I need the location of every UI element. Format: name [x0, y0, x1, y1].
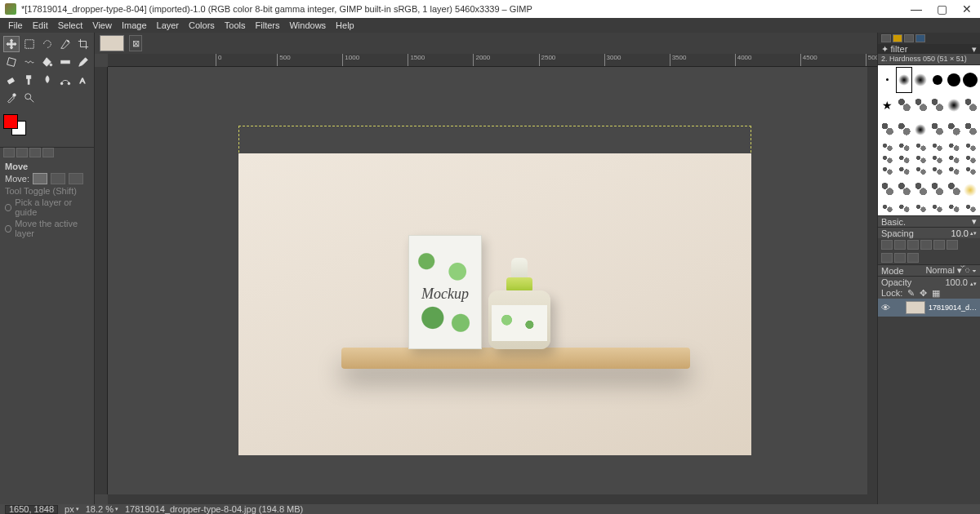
brush-item[interactable]: [929, 202, 945, 214]
brush-item[interactable]: [929, 94, 945, 118]
rotate-tool[interactable]: [3, 54, 20, 70]
unit-selector[interactable]: px▾: [65, 504, 79, 514]
opt-pick-layer[interactable]: Pick a layer or guide: [15, 197, 89, 217]
brush-item[interactable]: [880, 67, 895, 93]
menu-tools[interactable]: Tools: [221, 20, 249, 30]
text-tool[interactable]: A: [75, 72, 91, 88]
brush-item[interactable]: [963, 67, 978, 93]
brushes-filter-row[interactable]: ✦ filter ▾: [878, 44, 980, 54]
brush-new-button[interactable]: [894, 240, 906, 250]
smudge-tool[interactable]: [39, 72, 56, 88]
brush-item[interactable]: [929, 67, 945, 93]
opt-pick-layer-radio[interactable]: [5, 204, 11, 211]
lock-alpha-icon[interactable]: ▦: [932, 288, 940, 299]
rp-tab-4[interactable]: [915, 34, 925, 42]
brush-item[interactable]: [913, 94, 929, 118]
menu-colors[interactable]: Colors: [185, 20, 218, 30]
brush-item[interactable]: [946, 142, 961, 153]
pencil-tool[interactable]: [75, 54, 91, 70]
zoom-tool[interactable]: [21, 90, 38, 106]
menu-view[interactable]: View: [89, 20, 115, 30]
layer-mode-row[interactable]: Mode Normal ▾ ོ ▾: [878, 264, 980, 276]
opt-move-active-radio[interactable]: [5, 225, 11, 233]
brush-item[interactable]: [913, 178, 929, 202]
clone-tool[interactable]: [21, 72, 38, 88]
brush-item[interactable]: [896, 178, 911, 202]
rect-select-tool[interactable]: [21, 36, 38, 52]
brush-item[interactable]: [946, 154, 961, 166]
image-tab-thumbnail[interactable]: [100, 35, 124, 51]
brush-item[interactable]: [913, 142, 929, 153]
lock-position-icon[interactable]: ✥: [920, 288, 927, 299]
lock-pixels-icon[interactable]: ✎: [907, 288, 915, 299]
rp-tab-2[interactable]: [893, 34, 902, 42]
move-mode-path[interactable]: [69, 173, 83, 184]
horizontal-scrollbar[interactable]: [108, 494, 877, 504]
brush-item[interactable]: [913, 67, 929, 93]
bucket-fill-tool[interactable]: [39, 54, 56, 70]
paths-tool[interactable]: [57, 72, 74, 88]
vertical-ruler[interactable]: [95, 67, 108, 494]
vertical-scrollbar[interactable]: [867, 67, 877, 494]
brush-item[interactable]: [946, 166, 961, 177]
menu-layer[interactable]: Layer: [154, 20, 183, 30]
brush-refresh-button[interactable]: [933, 240, 945, 250]
image-tab-close[interactable]: ⊠: [129, 35, 142, 51]
brush-item[interactable]: [913, 166, 929, 177]
zoom-selector[interactable]: 18.2 %▾: [86, 504, 118, 514]
gradient-tool[interactable]: [57, 54, 74, 70]
brush-open-button[interactable]: [947, 240, 958, 250]
brush-item[interactable]: [929, 142, 945, 153]
opacity-value[interactable]: 100.0: [945, 277, 968, 287]
menu-help[interactable]: Help: [332, 20, 358, 30]
warp-tool[interactable]: [21, 54, 38, 70]
horizontal-ruler[interactable]: 0 500 1000 1500 2000 2500 3000 3500 4000…: [108, 54, 877, 67]
chevron-down-icon[interactable]: ▾: [972, 44, 977, 55]
brush-item[interactable]: [913, 202, 929, 214]
crop-tool[interactable]: [75, 36, 91, 52]
opts-tab-3[interactable]: [29, 148, 41, 157]
color-swatches[interactable]: [0, 109, 94, 147]
brush-item[interactable]: [896, 118, 911, 141]
free-select-tool[interactable]: [39, 36, 56, 52]
layers-tab-channels[interactable]: [894, 253, 906, 263]
opts-tab-4[interactable]: [42, 148, 54, 157]
visibility-toggle[interactable]: 👁: [881, 303, 891, 312]
menu-image[interactable]: Image: [118, 20, 150, 30]
brush-item[interactable]: [896, 94, 911, 118]
brush-item[interactable]: [946, 202, 961, 214]
brush-preset-row[interactable]: Basic.▾: [878, 215, 980, 227]
maximize-button[interactable]: ▢: [937, 3, 947, 15]
brush-grid[interactable]: ★: [878, 65, 980, 215]
move-tool[interactable]: [3, 36, 20, 52]
brush-item[interactable]: [896, 166, 911, 177]
brush-item[interactable]: [880, 202, 895, 214]
brush-item[interactable]: [963, 202, 978, 214]
brush-item-selected[interactable]: [896, 67, 911, 93]
brush-item[interactable]: [929, 166, 945, 177]
layer-thumbnail[interactable]: [906, 301, 925, 314]
opts-tab-2[interactable]: [16, 148, 28, 157]
brush-item[interactable]: [880, 118, 895, 141]
mode-value[interactable]: Normal: [925, 265, 954, 275]
brush-item[interactable]: [913, 118, 929, 141]
brush-item[interactable]: [880, 178, 895, 202]
brush-item[interactable]: [929, 178, 945, 202]
brush-item[interactable]: [963, 142, 978, 153]
menu-filters[interactable]: Filters: [252, 20, 283, 30]
image-viewport[interactable]: Mockup: [108, 67, 877, 494]
eraser-tool[interactable]: [3, 72, 20, 88]
brush-item[interactable]: [963, 154, 978, 166]
close-button[interactable]: ✕: [962, 3, 972, 15]
brush-item[interactable]: [929, 154, 945, 166]
layer-item[interactable]: 👁 17819014_d…: [878, 299, 980, 317]
brush-item[interactable]: [946, 94, 961, 118]
stepper-icon[interactable]: ▴▾: [970, 230, 977, 237]
brush-item[interactable]: [963, 118, 978, 141]
menu-edit[interactable]: Edit: [29, 20, 51, 30]
rp-tab-3[interactable]: [904, 34, 914, 42]
layers-tab-paths[interactable]: [907, 253, 919, 263]
brush-item[interactable]: [963, 178, 978, 202]
brush-item[interactable]: [963, 94, 978, 118]
brush-item[interactable]: [913, 154, 929, 166]
